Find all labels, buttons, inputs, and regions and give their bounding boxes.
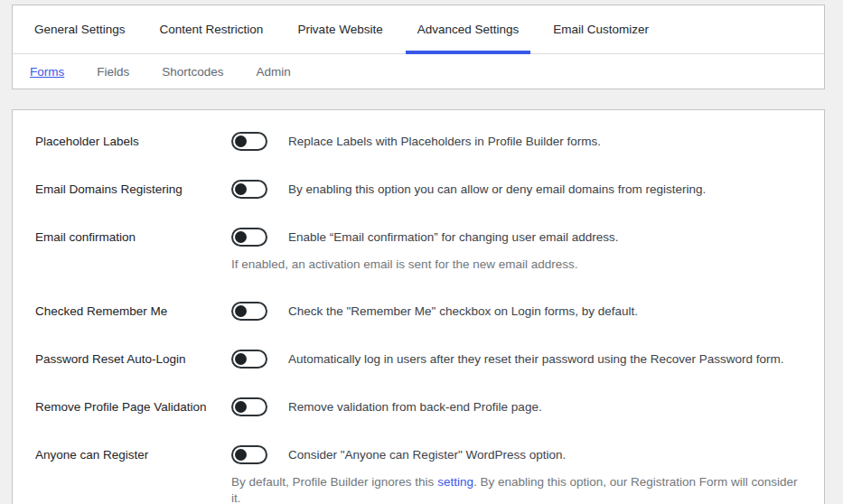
toggle-knob <box>235 305 247 317</box>
setting-row-placeholder-labels: Placeholder Labels Replace Labels with P… <box>35 132 801 151</box>
setting-description: Check the "Remember Me" checkbox on Logi… <box>288 302 638 321</box>
setting-description: Remove validation from back-end Profile … <box>288 397 542 416</box>
tab-private-website[interactable]: Private Website <box>280 5 399 53</box>
toggle-anyone-can-register[interactable] <box>231 445 267 464</box>
toggle-checked-remember-me[interactable] <box>231 302 267 321</box>
subtab-admin[interactable]: Admin <box>257 65 291 79</box>
toggle-knob <box>235 401 247 413</box>
setting-description: Replace Labels with Placeholders in Prof… <box>288 132 601 151</box>
setting-note: If enabled, an activation email is sent … <box>231 257 801 273</box>
note-text-prefix: By default, Profile Builder ignores this <box>231 475 437 489</box>
tab-email-customizer[interactable]: Email Customizer <box>536 5 666 53</box>
setting-label: Password Reset Auto-Login <box>35 350 231 369</box>
tab-general-settings[interactable]: General Settings <box>17 5 143 53</box>
toggle-email-confirmation[interactable] <box>231 228 267 247</box>
setting-note: By default, Profile Builder ignores this… <box>231 474 801 504</box>
setting-description: Automatically log in users after they re… <box>288 350 784 369</box>
toggle-placeholder-labels[interactable] <box>231 132 267 151</box>
subtab-fields[interactable]: Fields <box>97 65 129 79</box>
toggle-knob <box>235 135 247 147</box>
setting-link[interactable]: setting <box>437 475 473 489</box>
setting-row-remove-profile-page-validation: Remove Profile Page Validation Remove va… <box>35 397 801 416</box>
toggle-remove-profile-page-validation[interactable] <box>231 397 267 416</box>
setting-row-checked-remember-me: Checked Remember Me Check the "Remember … <box>35 302 801 321</box>
subtab-forms[interactable]: Forms <box>30 65 64 79</box>
subtab-shortcodes[interactable]: Shortcodes <box>162 65 223 79</box>
settings-panel: Placeholder Labels Replace Labels with P… <box>12 109 825 504</box>
setting-description: By enabling this option you can allow or… <box>288 180 706 199</box>
toggle-knob <box>235 449 247 461</box>
toggle-knob <box>235 231 247 243</box>
setting-label: Anyone can Register <box>35 445 231 504</box>
setting-label: Placeholder Labels <box>35 132 231 151</box>
sub-tab-bar: Forms Fields Shortcodes Admin <box>13 54 824 89</box>
settings-page: General Settings Content Restriction Pri… <box>0 0 843 504</box>
tab-content-restriction[interactable]: Content Restriction <box>143 5 281 53</box>
setting-label: Checked Remember Me <box>35 302 231 321</box>
setting-row-anyone-can-register: Anyone can Register Consider "Anyone can… <box>35 445 801 504</box>
toggle-email-domains-registering[interactable] <box>231 180 267 199</box>
setting-description: Enable “Email confirmation” for changing… <box>288 228 618 247</box>
toggle-knob <box>235 353 247 365</box>
setting-label: Remove Profile Page Validation <box>35 397 231 416</box>
setting-description: Consider "Anyone can Register" WordPress… <box>288 445 566 464</box>
tab-advanced-settings[interactable]: Advanced Settings <box>400 5 537 53</box>
settings-tabs-container: General Settings Content Restriction Pri… <box>12 5 825 89</box>
main-tab-bar: General Settings Content Restriction Pri… <box>13 5 824 54</box>
setting-row-email-domains-registering: Email Domains Registering By enabling th… <box>35 180 801 199</box>
setting-row-password-reset-auto-login: Password Reset Auto-Login Automatically … <box>35 350 801 369</box>
toggle-password-reset-auto-login[interactable] <box>231 350 267 369</box>
setting-row-email-confirmation: Email confirmation Enable “Email confirm… <box>35 228 801 273</box>
toggle-knob <box>235 183 247 195</box>
setting-label: Email Domains Registering <box>35 180 231 199</box>
setting-label: Email confirmation <box>35 228 231 273</box>
